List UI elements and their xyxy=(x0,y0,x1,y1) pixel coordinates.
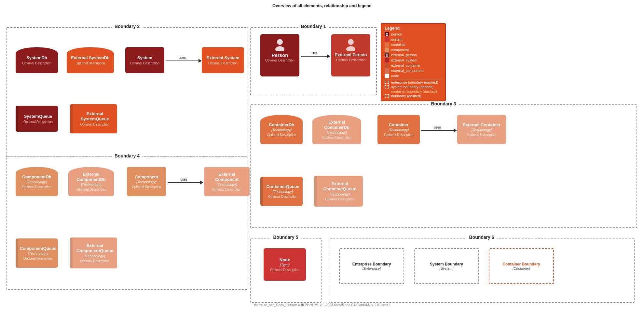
person-box: Person Optional Description xyxy=(260,34,299,76)
legend-swatch-component xyxy=(385,47,389,52)
svg-point-6 xyxy=(386,54,388,55)
component-title: Component xyxy=(135,174,158,180)
legend-boundary-label-system: system boundary (dashed) xyxy=(391,85,433,89)
component-queue: ComponentQueue [Technology] Optional Des… xyxy=(16,238,58,268)
svg-point-2 xyxy=(348,39,354,45)
page-title: Overview of all elements, relationship a… xyxy=(0,0,644,10)
ext-system-queue: External SystemQueue Optional Descriptio… xyxy=(70,104,117,133)
ext-container-queue-title: External ContainerQueue xyxy=(320,181,360,191)
legend-boundary-system: system boundary (dashed) xyxy=(385,85,442,89)
legend-item-container: container xyxy=(385,42,442,47)
arrow-person-uses-label: uses xyxy=(310,51,317,55)
legend-item-system: system xyxy=(385,37,442,42)
arrow-component-uses-label: uses xyxy=(180,178,187,181)
arrow-system-ext: uses xyxy=(166,59,202,63)
legend-separator xyxy=(385,79,442,79)
ext-component-db: External ComponentDb [Technology] Option… xyxy=(68,167,114,196)
footer-text: theme cb_seq_Reds_9 drawn with PlantUML … xyxy=(254,303,390,307)
ext-component-queue-desc: Optional Description xyxy=(80,259,109,263)
legend-boundary-label-generic: boundary (dashed) xyxy=(391,94,421,98)
legend-label-ext-system: external_system xyxy=(391,58,417,62)
legend-boundary-swatch-enterprise xyxy=(385,81,389,84)
boundary-1: Boundary 1 Person Optional Description u… xyxy=(250,27,377,95)
ext-system-queue-desc: Optional Description xyxy=(80,123,109,126)
component-box: Component [Technology] Optional Descript… xyxy=(127,167,166,196)
enterprise-boundary-sub: [Enterprise] xyxy=(363,266,381,270)
container-box: Container [Technology] Optional Descript… xyxy=(377,115,420,144)
component-queue-tech: [Technology] xyxy=(28,251,48,255)
container-queue-tech: [Technology] xyxy=(273,190,293,194)
system-boundary-title: System Boundary xyxy=(430,262,463,266)
container-db-desc: Optional Description xyxy=(267,133,296,137)
system-desc: Optional Description xyxy=(130,61,159,65)
container-db-tech: [Technology] xyxy=(271,128,292,132)
node-box: Node [Type] Optional Description xyxy=(264,248,306,281)
svg-point-1 xyxy=(275,46,284,51)
legend-item-ext-person: external_person xyxy=(385,53,442,57)
svg-point-3 xyxy=(346,46,355,51)
legend-boundary-label-container: container boundary (dashed) xyxy=(391,89,437,93)
boundary-1-title: Boundary 1 xyxy=(298,24,328,29)
boundary-5-title: Boundary 5 xyxy=(270,235,301,240)
person-desc: Optional Description xyxy=(265,59,295,62)
legend-item-ext-component: external_component xyxy=(385,68,442,73)
container-queue-title: ContainerQueue xyxy=(266,184,299,189)
svg-point-5 xyxy=(386,34,388,36)
main-area: Boundary 2 SystemDb Optional Description… xyxy=(0,10,644,309)
ext-container-queue: External ContainerQueue [Technology] Opt… xyxy=(314,176,363,207)
legend-boundary-swatch-system xyxy=(385,85,389,88)
ext-component-desc: Optional Description xyxy=(212,188,241,191)
ext-system-db-desc: Optional Description xyxy=(75,61,105,65)
arrowhead-1 xyxy=(199,59,202,63)
ext-component-box: External Component [Technology] Optional… xyxy=(204,167,250,196)
system-db: SystemDb Optional Description xyxy=(16,47,58,73)
ext-component-tech: [Technology] xyxy=(217,183,237,186)
ext-person-name: External Person xyxy=(335,52,367,58)
ext-system-box: External System Optional Description xyxy=(202,47,244,73)
legend-label-ext-component: external_component xyxy=(391,69,424,73)
ext-component-queue-tech: [Technology] xyxy=(85,254,105,258)
component-db-title: ComponentDb xyxy=(22,174,51,180)
person-name: Person xyxy=(272,52,288,58)
ext-system-desc: Optional Description xyxy=(208,61,238,65)
legend-boundary-label-enterprise: enterprise boundary (dashed) xyxy=(391,80,438,84)
container-boundary-item: Container Boundary [Container] xyxy=(489,248,554,284)
arrow-component-ext: uses xyxy=(168,181,203,184)
ext-component-queue: External ComponentQueue [Technology] Opt… xyxy=(70,237,117,268)
ext-container-queue-tech: [Technology] xyxy=(330,192,350,196)
component-tech: [Technology] xyxy=(136,180,157,184)
legend-swatch-ext-component xyxy=(385,68,389,73)
system-title: System xyxy=(137,55,152,61)
arrow-container-ext: uses xyxy=(421,129,457,132)
component-db: ComponentDb [Technology] Optional Descri… xyxy=(16,167,58,196)
container-db: ContainerDb [Technology] Optional Descri… xyxy=(260,115,303,144)
ext-person-box: External Person Optional Description xyxy=(331,34,370,76)
arrowhead-container xyxy=(454,129,457,132)
system-boundary-item: System Boundary [System] xyxy=(414,248,479,284)
boundary-5: Boundary 5 Node [Type] Optional Descript… xyxy=(250,238,322,303)
system-box: System Optional Description xyxy=(125,47,164,73)
component-db-desc: Optional Description xyxy=(22,185,51,189)
boundary-4: Boundary 4 ComponentDb [Technology] Opti… xyxy=(6,156,248,290)
system-boundary-sub: [System] xyxy=(440,266,454,270)
svg-point-7 xyxy=(386,55,388,57)
system-queue-title: SystemQueue xyxy=(24,114,52,119)
legend-label-node: node xyxy=(391,74,399,78)
ext-person-desc: Optional Description xyxy=(336,58,365,62)
legend-swatch-system xyxy=(385,37,389,42)
system-queue-desc: Optional Description xyxy=(23,120,53,124)
container-boundary-title: Container Boundary xyxy=(502,262,540,266)
arrow-container-uses-label: uses xyxy=(434,126,441,129)
node-tech: [Type] xyxy=(280,263,290,267)
container-title: Container xyxy=(389,122,409,128)
component-desc: Optional Description xyxy=(132,185,161,189)
legend-item-ext-system: external_system xyxy=(385,58,442,62)
legend-boundary-enterprise: enterprise boundary (dashed) xyxy=(385,80,442,84)
ext-container-db-title: External ContainerDb xyxy=(316,120,358,130)
arrowhead-person xyxy=(327,54,330,58)
legend-swatch-person xyxy=(385,32,389,36)
legend-swatch-container xyxy=(385,42,389,47)
arrow-person-ext: uses xyxy=(301,54,330,58)
ext-component-db-desc: Optional Description xyxy=(76,188,106,191)
legend-boundary-swatch-generic xyxy=(385,94,389,98)
